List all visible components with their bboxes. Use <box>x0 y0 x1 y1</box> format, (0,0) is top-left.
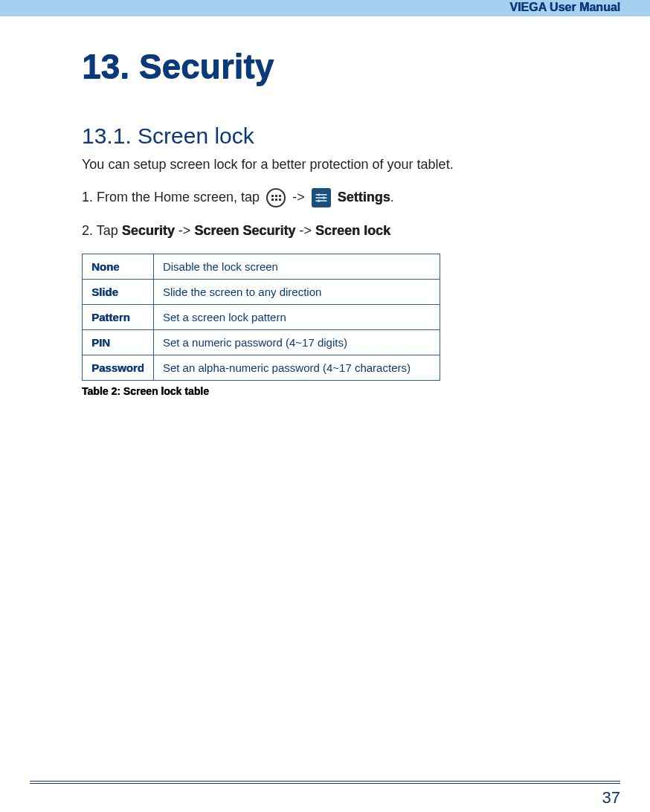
opt-desc: Set a screen lock pattern <box>153 305 440 330</box>
step1-prefix: 1. From the Home screen, tap <box>82 190 260 204</box>
table-row: None Disable the lock screen <box>83 254 440 280</box>
step2-bold3: Screen lock <box>315 223 390 238</box>
opt-desc: Disable the lock screen <box>153 254 440 280</box>
opt-name: Slide <box>83 280 154 305</box>
page-content: 13. Security 13.1. Screen lock You can s… <box>0 16 650 397</box>
arrow-text: -> <box>292 190 305 204</box>
apps-icon <box>266 188 286 207</box>
options-table: None Disable the lock screen Slide Slide… <box>82 254 440 381</box>
step-2: 2. Tap Security -> Screen Security -> Sc… <box>82 221 605 240</box>
table-row: Pattern Set a screen lock pattern <box>83 305 440 330</box>
svg-point-3 <box>318 194 320 196</box>
section-heading: 13.1. Screen lock <box>82 123 605 149</box>
opt-desc: Set a numeric password (4~17 digits) <box>153 330 440 355</box>
settings-icon <box>312 188 331 207</box>
opt-desc: Set an alpha-numeric password (4~17 char… <box>153 355 440 381</box>
step2-prefix: 2. Tap <box>82 223 122 238</box>
manual-title: VIEGA User Manual <box>509 1 620 13</box>
svg-rect-2 <box>315 201 326 202</box>
svg-point-5 <box>318 200 320 202</box>
header-bar: VIEGA User Manual <box>0 0 650 16</box>
svg-point-4 <box>322 197 324 199</box>
opt-name: None <box>83 254 154 280</box>
opt-name: PIN <box>83 330 154 355</box>
arrow-text: -> <box>178 223 191 238</box>
chapter-heading: 13. Security <box>82 46 605 86</box>
page-number: 37 <box>602 788 620 808</box>
step-1: 1. From the Home screen, tap -> Settings… <box>82 187 605 207</box>
arrow-text: -> <box>299 223 312 238</box>
step2-bold1: Security <box>122 223 175 238</box>
settings-label: Settings <box>338 190 390 204</box>
table-row: Slide Slide the screen to any direction <box>83 280 440 305</box>
opt-desc: Slide the screen to any direction <box>153 280 440 305</box>
svg-rect-1 <box>315 194 326 196</box>
table-caption: Table 2: Screen lock table <box>82 385 605 397</box>
svg-rect-0 <box>315 198 326 199</box>
table-row: Password Set an alpha-numeric password (… <box>83 355 440 381</box>
intro-text: You can setup screen lock for a better p… <box>82 155 605 174</box>
footer-rule <box>30 781 620 784</box>
step2-bold2: Screen Security <box>194 223 295 238</box>
opt-name: Pattern <box>83 305 154 330</box>
period: . <box>390 190 394 204</box>
table-row: PIN Set a numeric password (4~17 digits) <box>83 330 440 355</box>
opt-name: Password <box>83 355 154 381</box>
